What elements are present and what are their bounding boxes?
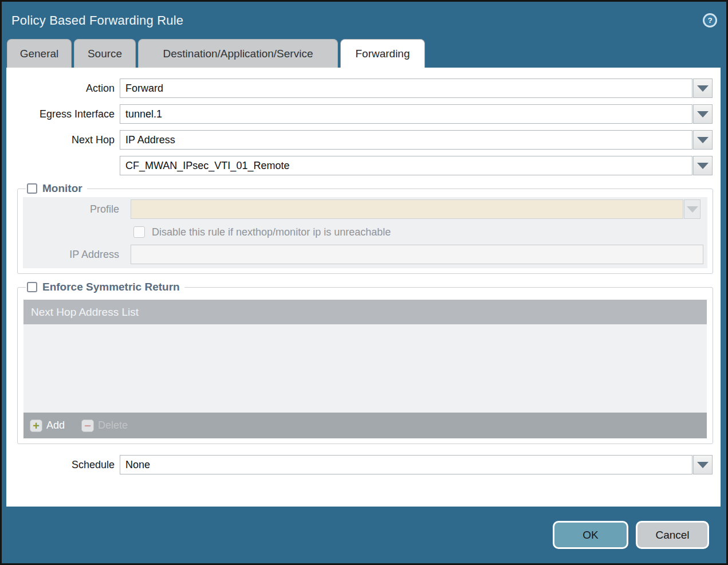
egress-interface-value: tunnel.1 xyxy=(120,104,692,124)
ok-button[interactable]: OK xyxy=(553,521,628,549)
egress-interface-dropdown-button[interactable] xyxy=(693,104,713,124)
egress-interface-row: Egress Interface tunnel.1 xyxy=(6,104,713,124)
enforce-symmetric-return-group: Enforce Symmetric Return Next Hop Addres… xyxy=(17,281,713,444)
tab-strip: General Source Destination/Application/S… xyxy=(2,39,726,68)
schedule-dropdown-button[interactable] xyxy=(693,455,713,474)
tab-general[interactable]: General xyxy=(7,39,72,68)
monitor-group: Monitor Profile Disable this rule if nex… xyxy=(17,182,713,274)
monitor-legend: Monitor xyxy=(26,182,87,195)
svg-text:?: ? xyxy=(707,16,712,25)
chevron-down-icon xyxy=(697,462,709,468)
delete-icon: − xyxy=(81,419,94,432)
profile-label: Profile xyxy=(23,203,119,215)
dialog-titlebar: Policy Based Forwarding Rule ? xyxy=(2,2,726,39)
chevron-down-icon xyxy=(697,111,709,117)
schedule-value: None xyxy=(120,455,692,474)
next-hop-address-row: CF_MWAN_IPsec_VTI_01_Remote xyxy=(6,156,713,175)
next-hop-address-value: CF_MWAN_IPsec_VTI_01_Remote xyxy=(120,156,692,175)
next-hop-address-list-table: Next Hop Address List + Add − Delete xyxy=(23,300,707,438)
next-hop-dropdown-button[interactable] xyxy=(693,130,713,150)
schedule-select[interactable]: None xyxy=(120,455,713,474)
add-icon: + xyxy=(30,419,42,432)
monitor-ip-address-label: IP Address xyxy=(23,249,119,261)
profile-dropdown-button xyxy=(684,199,701,219)
schedule-label: Schedule xyxy=(6,459,120,471)
delete-button: − Delete xyxy=(81,419,128,432)
chevron-down-icon xyxy=(687,206,698,213)
egress-interface-label: Egress Interface xyxy=(6,108,120,120)
action-dropdown-button[interactable] xyxy=(693,79,713,98)
add-button-label: Add xyxy=(46,419,65,431)
action-label: Action xyxy=(6,83,120,95)
enforce-symmetric-return-legend: Enforce Symmetric Return xyxy=(26,281,184,293)
schedule-row: Schedule None xyxy=(6,455,713,474)
next-hop-address-list-header: Next Hop Address List xyxy=(23,300,707,324)
action-select[interactable]: Forward xyxy=(120,79,713,98)
disable-rule-checkbox xyxy=(133,226,145,238)
dialog-footer: OK Cancel xyxy=(2,507,726,563)
next-hop-type-select[interactable]: IP Address xyxy=(120,130,713,150)
chevron-down-icon xyxy=(697,137,709,143)
next-hop-address-list-toolbar: + Add − Delete xyxy=(23,413,707,438)
next-hop-address-select[interactable]: CF_MWAN_IPsec_VTI_01_Remote xyxy=(120,156,713,175)
help-button[interactable]: ? xyxy=(702,13,718,28)
monitor-ip-address-row: IP Address xyxy=(23,245,704,264)
next-hop-address-list-body xyxy=(23,324,707,413)
monitor-panel: Profile Disable this rule if nexthop/mon… xyxy=(23,197,707,268)
disable-rule-label: Disable this rule if nexthop/monitor ip … xyxy=(152,226,391,238)
enforce-symmetric-return-checkbox[interactable] xyxy=(27,282,37,292)
action-value: Forward xyxy=(120,79,692,98)
dialog-title: Policy Based Forwarding Rule xyxy=(11,13,702,28)
next-hop-row: Next Hop IP Address xyxy=(6,130,713,150)
egress-interface-select[interactable]: tunnel.1 xyxy=(120,104,713,124)
monitor-ip-address-input xyxy=(131,245,703,264)
monitor-title: Monitor xyxy=(42,182,82,195)
next-hop-address-dropdown-button[interactable] xyxy=(693,156,713,175)
next-hop-label: Next Hop xyxy=(6,134,120,146)
forwarding-tab-panel: Action Forward Egress Interface tunnel.1… xyxy=(6,68,721,507)
cancel-button[interactable]: Cancel xyxy=(636,521,709,549)
next-hop-type-value: IP Address xyxy=(120,130,692,150)
chevron-down-icon xyxy=(697,163,709,169)
chevron-down-icon xyxy=(697,85,709,92)
add-button[interactable]: + Add xyxy=(30,419,65,432)
disable-rule-row: Disable this rule if nexthop/monitor ip … xyxy=(133,225,704,240)
monitor-checkbox[interactable] xyxy=(27,183,37,194)
profile-row: Profile xyxy=(23,199,704,219)
help-icon: ? xyxy=(702,21,718,30)
tab-destination-application-service[interactable]: Destination/Application/Service xyxy=(138,39,338,68)
profile-value xyxy=(131,199,683,219)
action-row: Action Forward xyxy=(6,79,713,98)
policy-based-forwarding-dialog: Policy Based Forwarding Rule ? General S… xyxy=(0,0,728,565)
enforce-symmetric-return-title: Enforce Symmetric Return xyxy=(42,281,180,293)
profile-select xyxy=(131,199,701,219)
delete-button-label: Delete xyxy=(98,419,128,431)
tab-source[interactable]: Source xyxy=(74,39,136,68)
tab-forwarding[interactable]: Forwarding xyxy=(340,39,425,68)
